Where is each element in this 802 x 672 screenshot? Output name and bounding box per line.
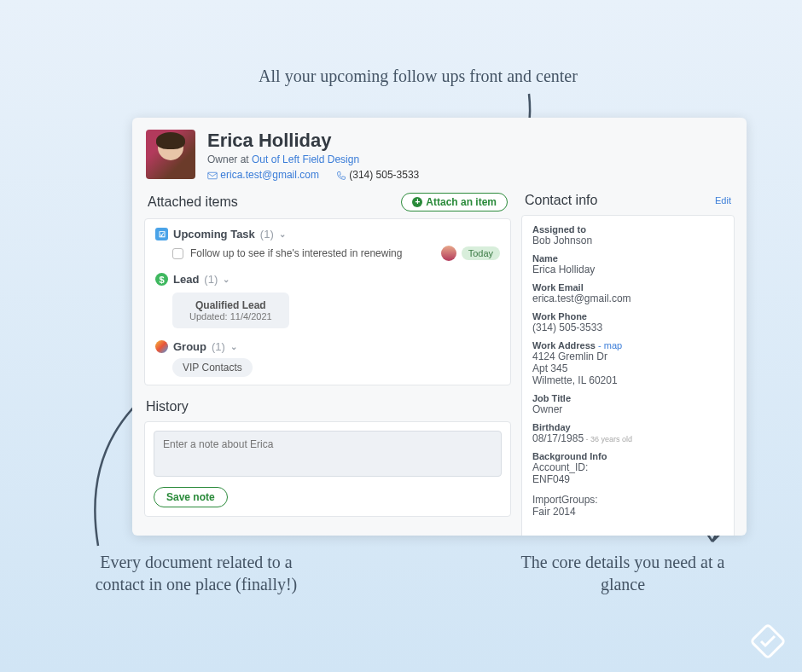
phone-text: (314) 505-3533 (336, 169, 419, 181)
group-pill[interactable]: VIP Contacts (172, 358, 253, 377)
assignee-avatar (441, 246, 456, 261)
info-panel: Assigned toBob Johnson NameErica Hollida… (521, 215, 735, 536)
note-input[interactable] (154, 431, 502, 477)
attached-title: Attached items (148, 194, 238, 210)
lead-card[interactable]: Qualified Lead Updated: 11/4/2021 (172, 293, 289, 328)
plus-icon: + (412, 197, 422, 207)
task-text: Follow up to see if she's interested in … (190, 247, 402, 259)
annotation-bottom-left: Every document related to a contact in o… (77, 551, 316, 595)
phone-icon (336, 171, 346, 181)
group-group-header[interactable]: Group (1) ⌄ (155, 340, 500, 353)
chevron-down-icon: ⌄ (223, 275, 230, 284)
chevron-down-icon: ⌄ (230, 342, 237, 351)
task-icon: ☑ (155, 228, 168, 240)
chevron-down-icon: ⌄ (279, 229, 286, 239)
task-checkbox[interactable] (172, 248, 183, 259)
due-badge: Today (462, 246, 500, 260)
company-link[interactable]: Out of Left Field Design (252, 154, 359, 165)
mail-icon (207, 171, 218, 181)
avatar (146, 130, 195, 179)
attached-panel: ☑ Upcoming Task (1) ⌄ Follow up to see i… (144, 218, 511, 385)
group-icon (155, 340, 168, 353)
attach-item-button[interactable]: + Attach an item (401, 193, 508, 211)
edit-link[interactable]: Edit (715, 195, 731, 206)
contact-card: Erica Holliday Owner at Out of Left Fiel… (132, 118, 747, 536)
contact-name: Erica Holliday (207, 130, 419, 152)
save-note-button[interactable]: Save note (154, 487, 228, 507)
task-group-header[interactable]: ☑ Upcoming Task (1) ⌄ (155, 228, 500, 240)
brand-logo-icon (749, 623, 787, 660)
info-title: Contact info (525, 193, 597, 208)
contact-header: Erica Holliday Owner at Out of Left Fiel… (132, 118, 747, 189)
contact-role: Owner at Out of Left Field Design (207, 154, 419, 165)
lead-group-header[interactable]: $ Lead (1) ⌄ (155, 273, 500, 286)
email-link[interactable]: erica.test@gmail.com (207, 169, 319, 181)
lead-icon: $ (155, 273, 168, 286)
task-row[interactable]: Follow up to see if she's interested in … (155, 240, 500, 261)
annotation-top: All your upcoming follow ups front and c… (256, 65, 580, 87)
svg-rect-1 (208, 172, 218, 179)
annotation-bottom-right: The core details you need at a glance (520, 551, 725, 595)
map-link[interactable]: - map (596, 340, 622, 350)
history-title: History (146, 399, 511, 414)
